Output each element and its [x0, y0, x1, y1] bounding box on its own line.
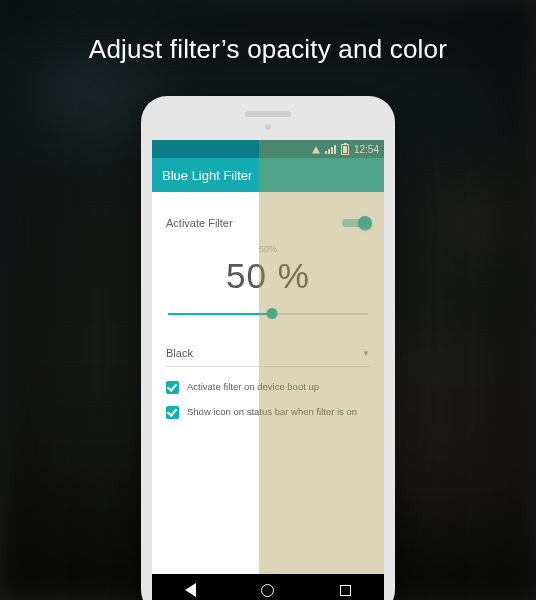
activate-filter-switch[interactable]	[342, 216, 370, 230]
activate-filter-label: Activate Filter	[166, 217, 233, 229]
opacity-value: 50 %	[166, 256, 370, 296]
opacity-small-label: 50%	[166, 244, 370, 254]
boot-option-row[interactable]: Activate filter on device boot up	[166, 381, 370, 394]
boot-option-label: Activate filter on device boot up	[187, 381, 319, 393]
device-frame: 12:54 Blue Light Filter Activate Filter …	[141, 96, 395, 600]
wifi-icon	[312, 146, 320, 153]
cell-signal-icon	[325, 145, 336, 154]
statusbar-icon-option-row[interactable]: Show icon on status bar when filter is o…	[166, 406, 370, 419]
opacity-slider[interactable]	[168, 306, 368, 322]
battery-icon	[341, 144, 349, 155]
color-dropdown[interactable]: Black ▼	[166, 340, 370, 367]
android-status-bar: 12:54	[152, 140, 384, 158]
nav-home-icon[interactable]	[261, 584, 274, 597]
color-dropdown-value: Black	[166, 347, 193, 359]
app-title: Blue Light Filter	[162, 168, 252, 183]
statusbar-icon-option-label: Show icon on status bar when filter is o…	[187, 406, 357, 418]
chevron-down-icon: ▼	[362, 349, 370, 358]
android-nav-bar	[152, 574, 384, 600]
boot-checkbox[interactable]	[166, 381, 179, 394]
nav-recent-icon[interactable]	[340, 585, 351, 596]
nav-back-icon[interactable]	[185, 583, 196, 597]
promo-headline: Adjust filter’s opacity and color	[0, 34, 536, 65]
status-time: 12:54	[354, 144, 379, 155]
device-screen: 12:54 Blue Light Filter Activate Filter …	[152, 140, 384, 600]
app-bar: Blue Light Filter	[152, 158, 384, 192]
statusbar-icon-checkbox[interactable]	[166, 406, 179, 419]
